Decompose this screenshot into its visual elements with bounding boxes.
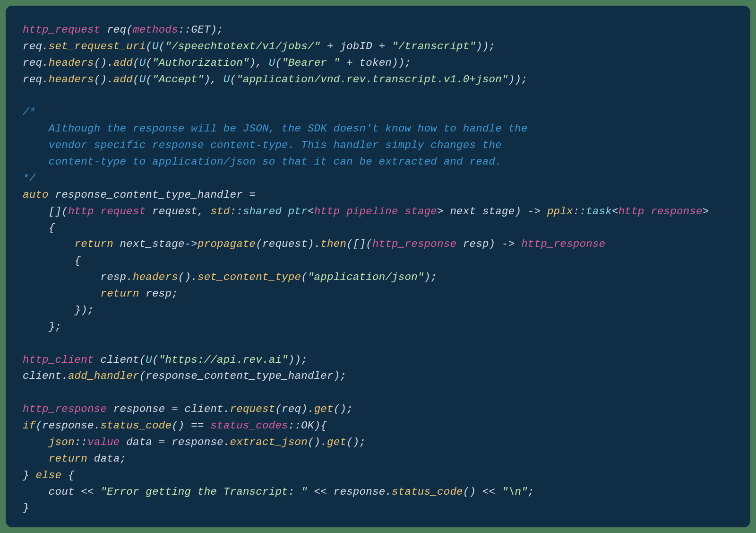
code-token: ::: [230, 205, 243, 218]
code-token: resp) ->: [456, 238, 521, 250]
code-token: [](: [23, 205, 68, 218]
code-token: client.: [23, 370, 68, 382]
code-token: http_response: [521, 238, 605, 250]
code-token: req(: [100, 24, 133, 36]
code-token: return: [49, 453, 87, 465]
code-token: value: [87, 436, 120, 448]
comment-line: /*: [23, 106, 35, 118]
code-token: status_code: [392, 486, 463, 498]
code-token: (: [133, 73, 139, 86]
code-token: ();: [346, 436, 366, 448]
code-token: data;: [87, 453, 126, 465]
code-token: ::OK){: [288, 419, 327, 432]
code-token: (: [146, 40, 152, 52]
code-token: ::GET);: [178, 24, 223, 36]
code-token: ));: [508, 73, 528, 86]
code-token: return: [100, 288, 139, 300]
code-token: add: [113, 73, 133, 86]
code-token: "Authorization": [152, 57, 249, 69]
code-token: status_codes: [210, 419, 288, 432]
code-token: http_response: [23, 403, 107, 415]
code-token: "Error getting the Transcript: ": [100, 486, 307, 498]
code-token: propagate: [198, 238, 256, 250]
code-token: [23, 453, 49, 465]
code-token: U: [152, 40, 159, 52]
code-token: resp;: [139, 288, 178, 300]
code-token: () <<: [463, 486, 502, 498]
code-token: << response.: [308, 486, 392, 498]
code-token: "application/vnd.rev.transcript.v1.0+jso…: [236, 73, 508, 86]
code-token: [23, 238, 75, 250]
code-token: std: [210, 205, 230, 218]
code-token: };: [23, 321, 61, 333]
code-token: ),: [204, 73, 223, 86]
code-token: }: [23, 502, 29, 514]
code-token: (: [152, 354, 159, 366]
code-panel: http_request req(methods::GET); req.set_…: [6, 6, 750, 527]
code-token: req.: [23, 57, 49, 69]
code-token: ().: [94, 73, 113, 86]
code-token: (: [301, 271, 308, 283]
code-token: U: [139, 57, 146, 69]
code-token: response = client.: [107, 403, 230, 415]
code-token: ();: [334, 403, 353, 415]
code-token: <: [612, 205, 619, 218]
code-token: set_content_type: [198, 271, 301, 283]
code-token: shared_ptr: [243, 205, 308, 218]
code-token: {: [23, 222, 55, 234]
code-token: {: [23, 254, 81, 267]
code-token: response_content_type_handler =: [49, 189, 256, 201]
comment-line: content-type to application/json so that…: [23, 156, 502, 168]
code-token: request,: [146, 205, 210, 218]
code-token: [23, 436, 49, 448]
code-token: (: [133, 57, 139, 69]
code-token: (: [146, 73, 152, 86]
code-token: ::: [75, 436, 87, 448]
code-token: (: [275, 57, 282, 69]
code-block: http_request req(methods::GET); req.set_…: [23, 22, 733, 516]
code-token: (req).: [275, 403, 314, 415]
code-token: "https://api.rev.ai": [159, 354, 288, 366]
code-token: headers: [133, 271, 178, 283]
code-token: get: [314, 403, 334, 415]
code-token: ),: [249, 57, 269, 69]
code-token: (: [230, 73, 237, 86]
code-token: ;: [528, 486, 534, 498]
code-token: task: [586, 205, 612, 218]
code-token: U: [269, 57, 275, 69]
code-token: + jobID +: [320, 40, 392, 52]
code-token: ().: [94, 57, 113, 69]
code-token: ));: [288, 354, 308, 366]
comment-line: Although the response will be JSON, the …: [23, 122, 528, 135]
code-token: status_code: [100, 419, 172, 432]
code-token: "Accept": [152, 73, 204, 86]
code-token: methods: [133, 24, 178, 36]
code-token: <: [308, 205, 314, 218]
code-token: }: [23, 469, 35, 481]
code-token: request: [230, 403, 275, 415]
code-token: set_request_uri: [49, 40, 146, 52]
code-token: "/speechtotext/v1/jobs/": [165, 40, 320, 52]
code-token: ));: [476, 40, 495, 52]
code-token: ::: [573, 205, 586, 218]
code-token: >: [703, 205, 709, 218]
code-token: http_request: [23, 24, 100, 36]
code-token: else: [35, 469, 61, 481]
code-token: (: [146, 57, 152, 69]
code-token: req.: [23, 73, 49, 86]
code-token: headers: [49, 57, 94, 69]
code-token: );: [424, 271, 437, 283]
comment-line: */: [23, 172, 35, 184]
code-token: http_request: [68, 205, 146, 218]
code-token: get: [327, 436, 346, 448]
code-token: [23, 288, 100, 300]
code-token: resp.: [23, 271, 133, 283]
code-token: U: [139, 73, 146, 86]
code-token: json: [49, 436, 75, 448]
code-token: });: [23, 304, 94, 316]
code-token: req.: [23, 40, 49, 52]
code-token: next_stage->: [113, 238, 198, 250]
code-token: "/transcript": [392, 40, 476, 52]
code-token: pplx: [547, 205, 573, 218]
code-token: U: [223, 73, 230, 86]
